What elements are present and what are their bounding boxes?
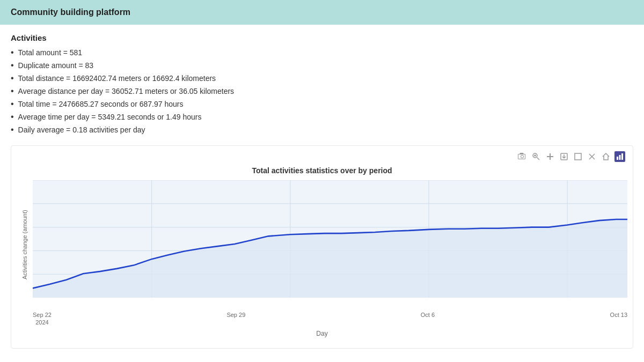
stat-item-duplicate-amount: Duplicate amount = 83 bbox=[11, 61, 633, 70]
select-icon[interactable] bbox=[573, 151, 583, 162]
plus-icon[interactable] bbox=[545, 151, 555, 162]
app-header: Community building platform bbox=[0, 0, 644, 25]
chart-area: Activities change (amount) bbox=[17, 180, 627, 309]
chart-title: Total activities statistics over by peri… bbox=[17, 166, 627, 175]
x-label-oct13: Oct 13 bbox=[610, 311, 627, 327]
stat-item-total-amount: Total amount = 581 bbox=[11, 48, 633, 57]
cross-icon[interactable] bbox=[587, 151, 597, 162]
chart-svg: 0 5 10 15 20 bbox=[33, 180, 627, 309]
svg-rect-13 bbox=[617, 157, 618, 160]
chart-inner: 0 5 10 15 20 bbox=[33, 180, 627, 309]
app-title: Community building platform bbox=[11, 8, 130, 17]
x-label-sep29: Sep 29 bbox=[226, 311, 245, 327]
chart-toolbar bbox=[17, 151, 627, 162]
svg-rect-10 bbox=[575, 153, 581, 160]
stat-item-avg-time: Average time per day = 5349.21 seconds o… bbox=[11, 112, 633, 122]
x-axis-labels: Sep 22 2024 Sep 29 Oct 6 Oct 13 bbox=[17, 311, 627, 327]
zoom-icon[interactable] bbox=[531, 151, 541, 162]
x-label-oct6: Oct 6 bbox=[421, 311, 435, 327]
stat-item-total-distance: Total distance = 16692402.74 meters or 1… bbox=[11, 73, 633, 83]
main-content: Activities Total amount = 581Duplicate a… bbox=[0, 25, 644, 357]
stat-item-daily-avg: Daily average = 0.18 activities per day bbox=[11, 125, 633, 135]
download-icon[interactable] bbox=[559, 151, 569, 162]
activities-section-title: Activities bbox=[11, 33, 633, 42]
stat-item-avg-distance: Average distance per day = 36052.71 mete… bbox=[11, 86, 633, 96]
svg-rect-15 bbox=[621, 153, 623, 160]
svg-rect-14 bbox=[619, 155, 621, 160]
x-axis-title: Day bbox=[17, 330, 627, 337]
bar-chart-icon[interactable] bbox=[614, 151, 625, 162]
stats-list: Total amount = 581Duplicate amount = 83T… bbox=[11, 48, 633, 135]
chart-container: Total activities statistics over by peri… bbox=[11, 145, 633, 349]
camera-icon[interactable] bbox=[517, 151, 528, 162]
x-label-sep22: Sep 22 2024 bbox=[33, 311, 52, 327]
home-icon[interactable] bbox=[601, 151, 611, 162]
stat-item-total-time: Total time = 2476685.27 seconds or 687.9… bbox=[11, 99, 633, 109]
svg-line-1 bbox=[537, 158, 540, 160]
y-axis-label: Activities change (amount) bbox=[17, 180, 33, 309]
